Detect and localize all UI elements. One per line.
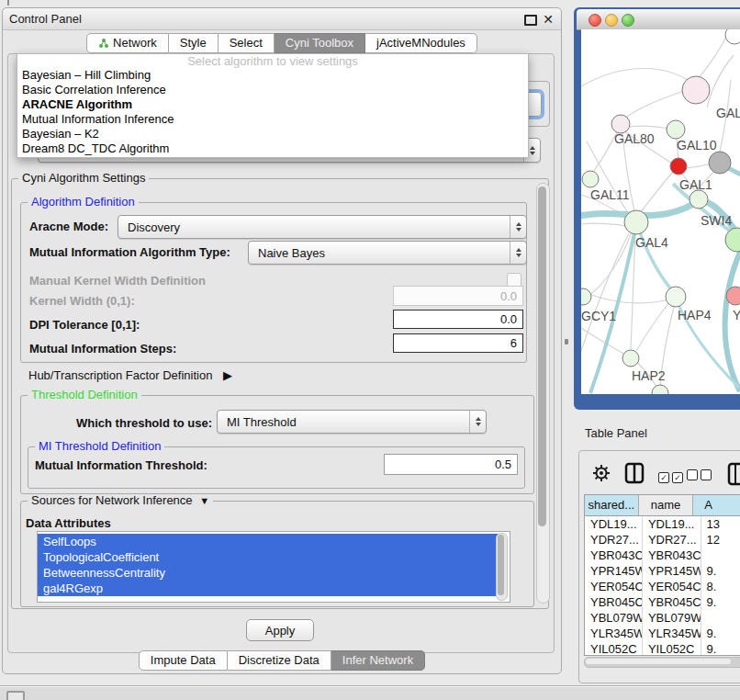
tab-style[interactable]: Style <box>169 33 219 53</box>
tab-infer-network[interactable]: Infer Network <box>331 650 425 671</box>
cell: 8. <box>701 579 740 594</box>
list-item[interactable]: TopologicalCoefficient <box>38 549 500 565</box>
application-root: Control Panel ✕ Network Style Select Cyn… <box>0 0 740 700</box>
cell: YBR045C <box>643 594 701 610</box>
control-panel-window: Control Panel ✕ Network Style Select Cyn… <box>2 7 562 674</box>
select-all-checkboxes-icon[interactable]: ✓✓ <box>658 469 686 483</box>
float-window-icon[interactable] <box>524 15 537 26</box>
node-hap2[interactable] <box>622 350 639 367</box>
node-hap4[interactable] <box>666 287 686 307</box>
node-salmon[interactable] <box>726 287 740 305</box>
network-canvas[interactable]: GAL GAL80 GAL10 GAL1 SWI4 GAL11 GAL4 GCY… <box>581 29 740 394</box>
tab-network[interactable]: Network <box>86 33 169 53</box>
node-label: HAP2 <box>632 368 666 383</box>
list-item[interactable]: BetweennessCentrality <box>38 565 500 581</box>
table-row[interactable]: YER054CYER054C8. <box>585 579 740 594</box>
settings-scrollbar-thumb[interactable] <box>538 186 546 526</box>
attributes-scrollbar-thumb[interactable] <box>498 535 504 595</box>
node-label: GAL1 <box>679 177 712 192</box>
which-threshold-combobox[interactable]: MI Threshold <box>217 410 487 434</box>
table-panel-title: Table Panel <box>585 426 647 440</box>
close-icon[interactable]: ✕ <box>543 12 554 27</box>
mi-steps-field[interactable]: 6 <box>393 333 523 353</box>
node-swi4[interactable] <box>690 190 708 209</box>
table-panel: ✓✓ shared... name A YDL19...YDL19...13 Y… <box>578 450 740 683</box>
table-hscrollbar-thumb[interactable] <box>586 659 731 664</box>
node-gal11[interactable] <box>582 171 599 187</box>
bottom-status-band <box>0 685 740 700</box>
threshold-definition-legend: Threshold Definition <box>28 389 141 401</box>
table-row[interactable]: YBR045CYBR045C9. <box>585 594 740 610</box>
panel-splitter-handle[interactable] <box>565 339 568 344</box>
algorithm-definition-legend: Algorithm Definition <box>28 196 139 209</box>
dropdown-item[interactable]: Mutual Information Inference <box>17 112 528 127</box>
cell: 9. <box>701 594 740 610</box>
node-gal-top[interactable] <box>682 76 710 104</box>
tab-jactivemnodules-label: jActiveMNodules <box>376 34 465 52</box>
table-row[interactable]: YIL052CYIL052C9. <box>585 641 740 656</box>
tab-infer-network-label: Infer Network <box>342 651 413 670</box>
control-panel-title: Control Panel <box>9 8 82 29</box>
node-label: GAL11 <box>590 187 630 202</box>
cell: YDL19... <box>643 516 701 532</box>
which-threshold-value: MI Threshold <box>227 411 297 433</box>
node-label: GAL10 <box>677 138 717 152</box>
list-item[interactable]: SelfLoops <box>38 534 500 549</box>
minimize-traffic-light[interactable] <box>605 14 618 27</box>
network-window-titlebar[interactable] <box>577 9 740 30</box>
bottom-left-widget-icon[interactable] <box>6 691 25 700</box>
aracne-mode-combobox[interactable]: Discovery <box>118 215 527 239</box>
dropdown-item[interactable]: Basic Correlation Inference <box>17 83 528 97</box>
hub-definition-expander[interactable]: Hub/Transcription Factor Definition ▶ <box>28 367 232 385</box>
node-unlabeled-top[interactable] <box>725 29 740 44</box>
table-row[interactable]: YBL079WYBL079W <box>585 610 740 626</box>
table-row[interactable]: YDL19...YDL19...13 <box>585 516 740 532</box>
attributes-scrollbar-track[interactable] <box>496 533 508 601</box>
column-header-name[interactable]: name <box>639 495 694 515</box>
column-header-partial[interactable]: A <box>693 495 740 515</box>
tab-jactivemnodules[interactable]: jActiveMNodules <box>365 33 477 53</box>
tab-cyni-toolbox[interactable]: Cyni Toolbox <box>275 33 365 53</box>
node-bright-green[interactable] <box>725 228 740 252</box>
close-traffic-light[interactable] <box>589 14 601 27</box>
hub-definition-label: Hub/Transcription Factor Definition <box>28 368 212 382</box>
table-function-icon[interactable] <box>727 462 740 489</box>
node-gcy1[interactable] <box>581 288 591 305</box>
top-edge-tick <box>7 0 9 6</box>
node-label: SWI4 <box>701 213 732 228</box>
table-row[interactable]: YDR27...YDR27...12 <box>585 532 740 548</box>
column-header-shared-name[interactable]: shared... <box>585 495 639 515</box>
dpi-tolerance-field[interactable]: 0.0 <box>393 310 523 329</box>
tab-select[interactable]: Select <box>219 33 275 53</box>
table-hscrollbar-track[interactable] <box>584 657 740 668</box>
tab-impute-data[interactable]: Impute Data <box>139 650 228 671</box>
node-gray[interactable] <box>709 152 731 174</box>
table-row[interactable]: YBR043CYBR043C <box>585 548 740 563</box>
tab-discretize-data[interactable]: Discretize Data <box>228 650 331 671</box>
table-row[interactable]: YPR145WYPR145W9. <box>585 563 740 579</box>
node-gal1-red[interactable] <box>670 158 687 175</box>
node-gal10[interactable] <box>667 120 685 139</box>
dropdown-item[interactable]: Bayesian – Hill Climbing <box>17 68 528 83</box>
columns-icon[interactable] <box>624 462 645 487</box>
cell: 9. <box>701 641 740 656</box>
sources-legend[interactable]: Sources for Network Inference ▼ <box>28 494 213 507</box>
node-label: GAL4 <box>635 235 668 250</box>
node-gal80[interactable] <box>611 115 630 133</box>
node-gal4[interactable] <box>624 210 648 234</box>
settings-scrollbar-track[interactable] <box>536 183 550 604</box>
dropdown-item[interactable]: Bayesian – K2 <box>17 127 528 141</box>
list-item[interactable]: gal4RGexp <box>38 581 500 596</box>
table-row[interactable]: YLR345WYLR345W9. <box>585 626 740 641</box>
apply-button[interactable]: Apply <box>246 619 314 641</box>
cell: YIL052C <box>585 641 643 656</box>
node-bottom-partial[interactable] <box>652 385 668 394</box>
dropdown-item[interactable]: Dream8 DC_TDC Algorithm <box>17 141 528 156</box>
deselect-all-checkboxes-icon[interactable] <box>687 469 714 483</box>
dropdown-item-selected[interactable]: ARACNE Algorithm <box>17 97 528 112</box>
which-threshold-label: Which threshold to use: <box>76 414 212 433</box>
mi-type-combobox[interactable]: Naive Bayes <box>248 241 527 265</box>
zoom-traffic-light[interactable] <box>622 14 634 27</box>
gear-icon[interactable] <box>592 463 611 486</box>
mi-threshold-field[interactable]: 0.5 <box>384 454 518 475</box>
